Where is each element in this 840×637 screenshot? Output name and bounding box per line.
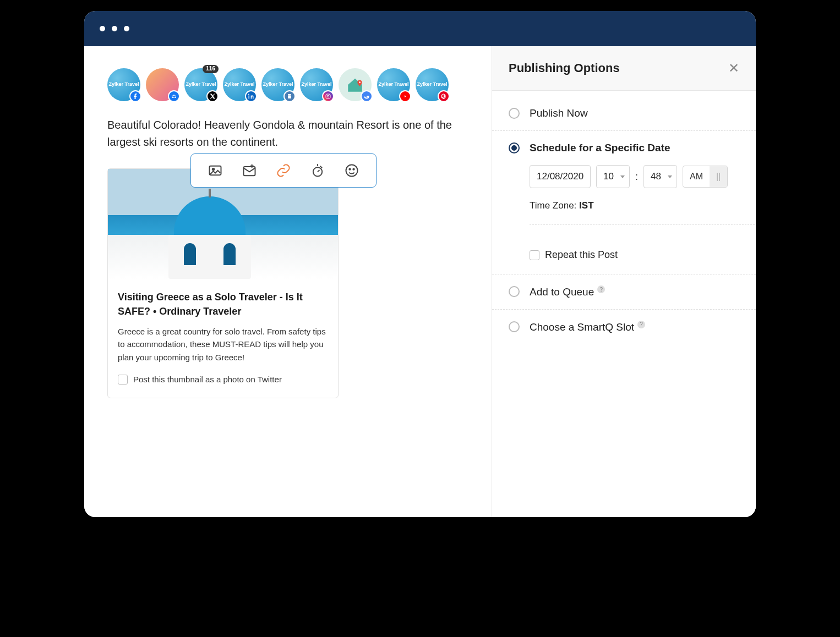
shorten-icon[interactable] [310, 163, 325, 178]
svg-rect-1 [288, 95, 289, 96]
radio-queue[interactable] [509, 286, 520, 297]
schedule-controls: 12/08/2020 10 : 48 AM || Time Zone: IST [492, 165, 756, 274]
window-dot[interactable] [112, 26, 117, 31]
radio-schedule[interactable] [509, 142, 520, 153]
ampm-pm[interactable]: || [710, 166, 727, 187]
house-pin-icon [346, 75, 364, 94]
svg-point-9 [212, 168, 215, 171]
account-chip-linkedin-page[interactable]: Zylker Travel [261, 68, 294, 101]
account-chip-linkedin[interactable]: Zylker Travel [223, 68, 256, 101]
option-smartq[interactable]: Choose a SmartQ Slot? [492, 310, 756, 344]
preview-body: Visiting Greece as a Solo Traveler - Is … [108, 279, 338, 398]
link-preview-card: Visiting Greece as a Solo Traveler - Is … [107, 168, 339, 398]
instagram-icon [322, 90, 334, 102]
radio-smartq[interactable] [509, 321, 520, 332]
hour-select[interactable]: 10 [596, 165, 630, 188]
compose-icon[interactable] [242, 163, 257, 178]
image-icon[interactable] [208, 163, 223, 178]
svg-point-13 [349, 169, 350, 170]
composer-pane: Zylker Travel Zylker Travel116 Zylker Tr… [84, 46, 492, 517]
account-chip-facebook[interactable]: Zylker Travel [107, 68, 140, 101]
content: Zylker Travel Zylker Travel116 Zylker Tr… [84, 46, 756, 517]
account-chip-youtube[interactable]: Zylker Travel [377, 68, 410, 101]
ampm-am[interactable]: AM [683, 166, 710, 187]
repeat-checkbox[interactable] [530, 250, 539, 260]
compose-toolbar [190, 153, 377, 188]
account-chip-instagram[interactable]: Zylker Travel [300, 68, 333, 101]
account-count-badge: 116 [203, 65, 219, 73]
account-chip-pinterest[interactable]: Zylker Travel [416, 68, 449, 101]
close-icon[interactable]: ✕ [728, 61, 739, 76]
date-input[interactable]: 12/08/2020 [530, 165, 591, 188]
preview-title: Visiting Greece as a Solo Traveler - Is … [118, 290, 328, 318]
group-icon [168, 90, 180, 102]
link-icon[interactable] [276, 163, 291, 178]
svg-rect-3 [290, 95, 291, 96]
accounts-row: Zylker Travel Zylker Travel116 Zylker Tr… [107, 68, 468, 101]
publishing-panel: Publishing Options ✕ Publish Now Schedul… [492, 46, 756, 517]
option-schedule[interactable]: Schedule for a Specific Date [492, 131, 756, 165]
repeat-label: Repeat this Post [545, 249, 618, 261]
account-chip-facebook-group[interactable] [146, 68, 179, 101]
facebook-icon [129, 90, 141, 102]
svg-point-5 [327, 95, 329, 97]
post-text[interactable]: Beautiful Colorado! Heavenly Gondola & m… [107, 117, 468, 151]
emoji-icon[interactable] [344, 163, 359, 178]
account-chip-google-business[interactable] [339, 68, 372, 101]
time-colon: : [635, 171, 638, 183]
options-list: Publish Now Schedule for a Specific Date… [492, 91, 756, 517]
youtube-icon [399, 90, 411, 102]
option-queue[interactable]: Add to Queue? [492, 274, 756, 310]
twitter-thumb-row: Post this thumbnail as a photo on Twitte… [118, 375, 328, 385]
linkedin-icon [245, 90, 257, 102]
svg-point-7 [359, 81, 361, 83]
google-icon [361, 90, 373, 102]
minute-select[interactable]: 48 [643, 165, 677, 188]
repeat-row: Repeat this Post [530, 249, 739, 261]
svg-point-14 [353, 169, 354, 170]
help-icon[interactable]: ? [637, 321, 645, 328]
window-dot[interactable] [100, 26, 105, 31]
svg-point-6 [329, 95, 330, 95]
svg-rect-0 [288, 94, 291, 98]
twitter-thumb-checkbox[interactable] [118, 375, 128, 385]
timezone-label: Time Zone: IST [530, 200, 739, 211]
x-icon [206, 90, 219, 102]
option-publish-now[interactable]: Publish Now [492, 96, 756, 131]
panel-title: Publishing Options [509, 61, 620, 75]
ampm-toggle[interactable]: AM || [683, 166, 728, 188]
svg-rect-2 [290, 95, 290, 96]
titlebar [84, 11, 756, 46]
window-dot[interactable] [124, 26, 129, 31]
help-icon[interactable]: ? [597, 285, 605, 293]
twitter-thumb-label: Post this thumbnail as a photo on Twitte… [133, 375, 282, 384]
panel-header: Publishing Options ✕ [492, 46, 756, 91]
account-chip-x[interactable]: Zylker Travel116 [184, 68, 217, 101]
chevron-down-icon [668, 175, 672, 178]
preview-description: Greece is a great country for solo trave… [118, 325, 328, 364]
chevron-down-icon [620, 175, 625, 178]
pinterest-icon [438, 90, 450, 102]
radio-publish-now[interactable] [509, 108, 520, 119]
datetime-row: 12/08/2020 10 : 48 AM || [530, 165, 739, 188]
linkedin-page-icon [283, 90, 296, 102]
svg-point-12 [346, 165, 358, 177]
app-window: Zylker Travel Zylker Travel116 Zylker Tr… [84, 11, 756, 517]
